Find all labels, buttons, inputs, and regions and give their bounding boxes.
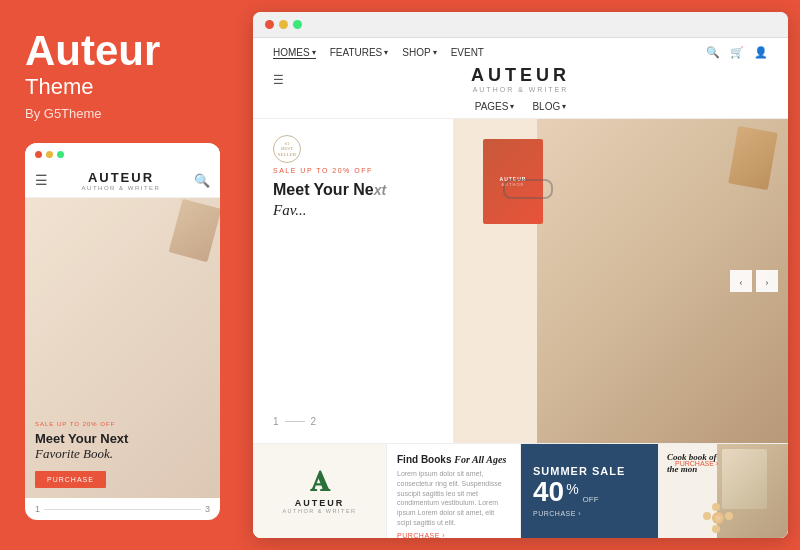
- browser-hamburger-icon[interactable]: ☰: [273, 73, 284, 88]
- flower-petal-bottom: [712, 525, 720, 533]
- hero-sale-text: SALE UP TO 20% OFF: [273, 167, 433, 174]
- nav-item-homes[interactable]: HOMES ▾: [273, 47, 316, 59]
- mobile-hero-title2: Favorite Book.: [35, 446, 210, 463]
- hero-pagination: 1 2: [273, 416, 433, 427]
- mobile-purchase-button[interactable]: PURCHASE: [35, 471, 106, 488]
- mobile-menu-icon[interactable]: ☰: [35, 172, 48, 189]
- browser-dot-red: [265, 20, 274, 29]
- browser-nav-icons: 🔍 🛒 👤: [706, 46, 768, 59]
- hero-page-line: [285, 421, 305, 422]
- summer-sale-off: OFF: [583, 495, 599, 504]
- mobile-preview-card: ☰ AUTEUR AUTHOR & WRITER 🔍 SALE UP TO 20…: [25, 143, 220, 520]
- flower-decoration: [703, 503, 733, 533]
- browser-window: HOMES ▾ FEATURES ▾ SHOP ▾ EVENT 🔍 🛒 👤 ☰ …: [253, 12, 788, 538]
- hero-page-total: 2: [311, 416, 317, 427]
- card-cookbook: Cook book of the mon PURCHASE ›: [659, 444, 788, 538]
- cookbook-purchase-link[interactable]: PURCHASE ›: [675, 460, 718, 467]
- hero-page-current: 1: [273, 416, 279, 427]
- card-find-books-text: Lorem ipsum dolor sit amet, consectetur …: [397, 469, 510, 528]
- hero-right-image: AUTEUR AUTHOR ‹ ›: [453, 119, 788, 443]
- nav-item-pages[interactable]: PAGES ▾: [475, 101, 515, 112]
- left-panel: Auteur Theme By G5Theme ☰ AUTEUR AUTHOR …: [0, 0, 245, 550]
- mobile-hero: SALE UP TO 20% OFF Meet Your Next Favori…: [25, 198, 220, 498]
- nav-item-features[interactable]: FEATURES ▾: [330, 47, 389, 59]
- brand-title: Auteur: [25, 30, 220, 72]
- card-find-books-link[interactable]: PURCHASE ›: [397, 532, 510, 538]
- summer-sale-percent: 40 % OFF: [533, 478, 599, 506]
- browser-dot-green: [293, 20, 302, 29]
- nav-item-blog[interactable]: BLOG ▾: [532, 101, 566, 112]
- browser-content: HOMES ▾ FEATURES ▾ SHOP ▾ EVENT 🔍 🛒 👤 ☰ …: [253, 38, 788, 538]
- brand-by: By G5Theme: [25, 106, 220, 121]
- flower-petal-top: [712, 503, 720, 511]
- mobile-dot-green: [57, 151, 64, 158]
- browser-logo-area: ☰ AUTEUR AUTHOR & WRITER: [253, 63, 788, 97]
- flower-petal-left: [703, 512, 711, 520]
- flower-petal-right: [725, 512, 733, 520]
- browser-dot-yellow: [279, 20, 288, 29]
- user-icon[interactable]: 👤: [754, 46, 768, 59]
- mobile-window-controls: [25, 143, 220, 166]
- cookbook-text-area: Cook book of the mon PURCHASE ›: [667, 452, 729, 475]
- browser-nav-items: HOMES ▾ FEATURES ▾ SHOP ▾ EVENT: [273, 47, 484, 59]
- mobile-header: ☰ AUTEUR AUTHOR & WRITER 🔍: [25, 166, 220, 198]
- browser-logo-name: AUTEUR: [253, 65, 788, 86]
- mobile-dot-yellow: [46, 151, 53, 158]
- hero-arrow-prev[interactable]: ‹: [730, 270, 752, 292]
- right-panel: HOMES ▾ FEATURES ▾ SHOP ▾ EVENT 🔍 🛒 👤 ☰ …: [245, 0, 800, 550]
- award-circle: #1BESTSELLER: [273, 135, 301, 163]
- mobile-hero-title1: Meet Your Next: [35, 431, 210, 447]
- mobile-page-current: 1: [35, 504, 40, 514]
- mobile-search-icon[interactable]: 🔍: [194, 173, 210, 189]
- mobile-pagination: 1 3: [25, 498, 220, 520]
- card-logo-name: AUTEUR: [295, 498, 345, 508]
- browser-cards: 𝐀 AUTEUR AUTHOR & WRITER Find Books For …: [253, 443, 788, 538]
- browser-nav-bottom: PAGES ▾ BLOG ▾: [253, 97, 788, 119]
- hero-award: #1BESTSELLER: [273, 135, 433, 163]
- browser-logo-sub: AUTHOR & WRITER: [253, 86, 788, 93]
- browser-titlebar: [253, 12, 788, 38]
- browser-hero: #1BESTSELLER SALE UP TO 20% OFF Meet You…: [253, 119, 788, 443]
- mobile-sale-tag: SALE UP TO 20% OFF: [35, 421, 210, 427]
- mobile-page-line: [44, 509, 201, 510]
- summer-sale-pct-sign: %: [566, 482, 578, 496]
- hero-left-content: #1BESTSELLER SALE UP TO 20% OFF Meet You…: [253, 119, 453, 443]
- card-logo-letter: 𝐀: [310, 468, 330, 496]
- flower-center: [712, 512, 724, 524]
- browser-nav-top: HOMES ▾ FEATURES ▾ SHOP ▾ EVENT 🔍 🛒 👤: [253, 38, 788, 63]
- mobile-logo: AUTEUR AUTHOR & WRITER: [82, 170, 161, 191]
- mobile-page-total: 3: [205, 504, 210, 514]
- summer-sale-link[interactable]: PURCHASE ›: [533, 510, 581, 517]
- card-summer-sale: SUMMER SALE 40 % OFF PURCHASE ›: [521, 444, 659, 538]
- mobile-dot-red: [35, 151, 42, 158]
- brand-subtitle: Theme: [25, 74, 220, 100]
- nav-item-shop[interactable]: SHOP ▾: [402, 47, 436, 59]
- summer-sale-number: 40: [533, 478, 564, 506]
- card-logo-subtext: AUTHOR & WRITER: [282, 508, 356, 514]
- hero-title-main: Meet Your Next: [273, 180, 433, 199]
- nav-item-event[interactable]: EVENT: [451, 47, 484, 59]
- hero-arrow-next[interactable]: ›: [756, 270, 778, 292]
- hero-title-italic: Fav...: [273, 201, 433, 221]
- cart-icon[interactable]: 🛒: [730, 46, 744, 59]
- card-find-books: Find Books For All Ages Lorem ipsum dolo…: [387, 444, 521, 538]
- card-auteur-logo: 𝐀 AUTEUR AUTHOR & WRITER: [253, 444, 387, 538]
- card-find-books-title: Find Books For All Ages: [397, 454, 510, 465]
- hero-nav-arrows: ‹ ›: [730, 270, 778, 292]
- hero-glasses-decoration: [503, 179, 553, 199]
- search-icon[interactable]: 🔍: [706, 46, 720, 59]
